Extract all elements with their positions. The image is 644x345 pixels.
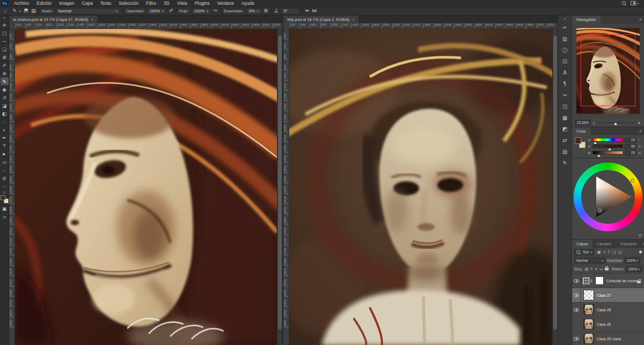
zoom-out-icon[interactable]: ▴	[593, 121, 595, 124]
screen-mode[interactable]: ▱	[1, 212, 9, 221]
slider-value-s[interactable]: 56	[625, 144, 636, 149]
layer-thumbnail[interactable]	[583, 319, 594, 329]
menu-3d[interactable]: 3D	[160, 0, 173, 7]
layer-visibility-toggle[interactable]	[572, 303, 581, 317]
navigator-zoom-value[interactable]: 23.66%	[575, 120, 591, 126]
menu-texto[interactable]: Texto	[97, 0, 115, 7]
type-tool[interactable]: T	[1, 142, 9, 150]
horizontal-ruler-1[interactable]: 2004006008001000120014001600180020002200…	[15, 23, 282, 28]
filter-type-layers-icon[interactable]: T	[608, 249, 610, 254]
histogram-panel-icon[interactable]: ▥	[559, 33, 571, 45]
filter-pixel-layers-icon[interactable]: ▣	[597, 249, 601, 254]
layer-comps-panel-icon[interactable]: ▤	[559, 146, 571, 157]
menu-capa[interactable]: Capa	[78, 0, 97, 7]
zoom-slider-thumb[interactable]	[614, 121, 617, 125]
timeline-panel-icon[interactable]: ⇄	[559, 135, 571, 146]
slider-value-h[interactable]: 24	[625, 137, 636, 143]
slider-value-b[interactable]: 20	[625, 150, 636, 156]
move-tool[interactable]: ✛	[1, 21, 9, 29]
menu-vista[interactable]: Vista	[173, 0, 191, 7]
edit-toolbar[interactable]: ⋯	[1, 182, 9, 190]
layer-blend-mode-select[interactable]: Normal▾	[574, 258, 605, 263]
navigator-thumbnail[interactable]	[576, 28, 640, 114]
lock-all-icon[interactable]	[605, 268, 609, 270]
foreground-color-swatch[interactable]	[575, 137, 581, 144]
rail-expand-icon[interactable]: «	[564, 17, 566, 22]
layer-thumbnail[interactable]	[583, 333, 594, 344]
slider-bar-s[interactable]	[592, 144, 623, 148]
properties-panel-icon[interactable]: ◳	[559, 101, 571, 112]
home-icon[interactable]: ⌂	[4, 9, 6, 13]
tab-trazados[interactable]: Trazados	[616, 240, 641, 248]
slider-bar-b[interactable]	[592, 151, 623, 155]
layer-visibility-toggle[interactable]	[572, 274, 581, 288]
layer-mask-thumbnail[interactable]	[595, 276, 604, 285]
brush-tool[interactable]: ✎	[1, 77, 9, 85]
lock-artboard-icon[interactable]: ▭	[599, 267, 603, 271]
healing-brush-tool[interactable]: ⊕	[1, 69, 9, 77]
hue-ring-selector[interactable]	[631, 179, 634, 182]
pressure-size-icon[interactable]: ✒	[305, 9, 310, 13]
info-panel-icon[interactable]: ⓘ	[559, 45, 571, 56]
layer-visibility-toggle[interactable]	[572, 317, 581, 331]
scrollbar-2[interactable]	[552, 29, 558, 345]
dodge-tool[interactable]: ◐	[1, 126, 9, 134]
smoothing-select[interactable]: 0%▾	[246, 8, 261, 14]
lock-transparency-icon[interactable]: ▨	[585, 267, 589, 271]
menu-edicin[interactable]: Edición	[33, 0, 55, 7]
navigator-zoom-slider[interactable]	[597, 120, 635, 125]
menu-archivo[interactable]: Archivo	[10, 0, 33, 7]
panel-menu-icon[interactable]: ≡	[637, 127, 644, 135]
color-panel-swatches[interactable]	[575, 137, 586, 148]
canvas-1[interactable]	[15, 29, 277, 345]
tab-capas[interactable]: Capas	[572, 240, 592, 248]
brush-tool-icon[interactable]: ✎	[12, 9, 17, 13]
blend-mode-select[interactable]: Normal▾	[56, 8, 120, 14]
flow-select[interactable]: 100%▾	[192, 8, 211, 14]
libraries-panel-icon[interactable]: ▦	[559, 112, 571, 123]
smoothing-gear-icon[interactable]: ⚙	[264, 9, 268, 13]
slider-thumb[interactable]	[594, 140, 597, 144]
filter-smart-objects-icon[interactable]: ◫	[618, 249, 621, 254]
slider-thumb[interactable]	[597, 153, 601, 157]
panel-menu-icon[interactable]: ≡	[637, 16, 644, 24]
layer-fill-select[interactable]: 100%▾	[626, 266, 642, 272]
layer-visibility-toggle[interactable]	[572, 288, 581, 302]
slider-bar-h[interactable]	[592, 138, 623, 142]
toggle-brush-panel-icon[interactable]: ▤	[31, 9, 36, 13]
character-panel-icon[interactable]: A	[559, 67, 571, 78]
saturation-brightness-triangle[interactable]	[574, 163, 642, 231]
brush-settings-panel-icon[interactable]: ✎	[559, 157, 571, 168]
menu-plugins[interactable]: Plugins	[191, 0, 214, 7]
document-tab-2[interactable]: Wip.psd al 18.7% (Capa 2, RGB/8) ×	[283, 16, 358, 23]
slider-thumb[interactable]	[608, 146, 611, 150]
tab-navegador[interactable]: Navegador	[572, 16, 601, 24]
marquee-tool[interactable]: ▢	[1, 29, 9, 37]
hand-tool[interactable]: ☞	[1, 166, 9, 174]
layer-row-4[interactable]: Capa 26 copia	[572, 332, 644, 345]
history-brush-tool[interactable]: ↺	[1, 93, 9, 101]
tab-canales[interactable]: Canales	[592, 240, 616, 248]
menu-ventana[interactable]: Ventana	[214, 0, 238, 7]
brushes-panel-icon[interactable]: ✑	[559, 22, 571, 33]
paragraph-panel-icon[interactable]: ¶	[559, 78, 571, 90]
default-colors-icon[interactable]: ◱	[3, 190, 6, 194]
navigator-view-box[interactable]	[581, 34, 635, 106]
pressure-opacity-icon[interactable]: ✐	[169, 9, 173, 13]
layer-row-1[interactable]: Capa 27	[572, 288, 644, 303]
search-icon[interactable]	[622, 1, 626, 5]
foreground-color-swatch[interactable]	[1, 195, 5, 200]
object-selection-tool[interactable]: ❏	[1, 45, 9, 53]
canvas-2[interactable]	[289, 29, 552, 345]
scrollbar-1[interactable]	[277, 29, 282, 345]
gradient-tool[interactable]: ◧	[1, 109, 9, 118]
blur-tool[interactable]: ◌	[1, 118, 9, 126]
menu-seleccin[interactable]: Selección	[115, 0, 142, 7]
quick-mask[interactable]: ▣	[1, 204, 9, 212]
layer-opacity-select[interactable]: 100%▾	[625, 258, 641, 263]
ruler-corner[interactable]	[283, 23, 289, 28]
zoom-tool[interactable]: ◎	[1, 174, 9, 182]
paint-symmetry-icon[interactable]: ⋈	[312, 9, 317, 13]
layer-visibility-toggle[interactable]	[572, 332, 581, 345]
close-tab-icon[interactable]: ×	[91, 17, 94, 22]
